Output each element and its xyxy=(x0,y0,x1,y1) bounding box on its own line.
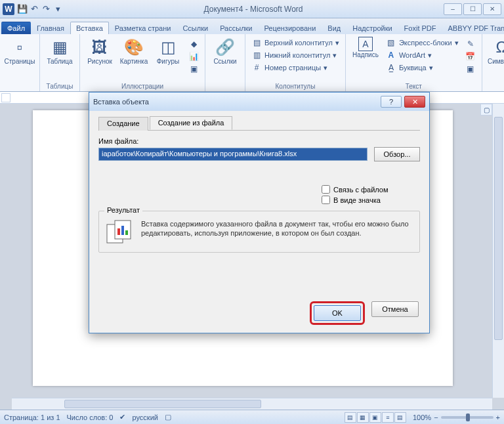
shapes-button[interactable]: ◫Фигуры xyxy=(152,35,184,66)
zoom-slider-knob[interactable] xyxy=(466,413,470,421)
result-groupbox: Результат Вставка содержимого указанного… xyxy=(98,211,420,253)
symbols-button[interactable]: ΩСимволы xyxy=(486,35,504,66)
svg-rect-2 xyxy=(117,228,120,235)
dropcap-button[interactable]: A̲Буквица ▾ xyxy=(384,62,461,74)
zoom-value[interactable]: 100% xyxy=(413,413,431,421)
links-button[interactable]: 🔗Ссылки xyxy=(209,35,241,66)
ok-button[interactable]: OK xyxy=(314,305,361,321)
status-page[interactable]: Страница: 1 из 1 xyxy=(4,413,60,421)
window-controls: – ☐ ✕ xyxy=(444,3,501,15)
clipart-button[interactable]: 🎨Картинка xyxy=(118,35,150,66)
word-app-icon: W xyxy=(3,3,14,15)
tab-layout[interactable]: Разметка страни xyxy=(109,22,177,34)
view-draft[interactable]: ▤ xyxy=(394,412,406,423)
group-label-tables: Таблицы xyxy=(44,81,75,91)
save-icon[interactable]: 💾 xyxy=(17,4,28,14)
close-button[interactable]: ✕ xyxy=(483,3,501,15)
pagenum-button[interactable]: #Номер страницы ▾ xyxy=(249,62,341,74)
statusbar: Страница: 1 из 1 Число слов: 0 ✔ русский… xyxy=(0,410,504,424)
browse-button[interactable]: Обзор... xyxy=(374,147,420,161)
zoom-slider[interactable] xyxy=(441,416,494,419)
insert-object-dialog: Вставка объекта ? ✕ Создание Создание из… xyxy=(89,92,430,333)
window-title: Документ4 - Microsoft Word xyxy=(63,5,444,14)
undo-icon[interactable]: ↶ xyxy=(29,4,39,14)
tab-addins[interactable]: Надстройки xyxy=(346,22,398,34)
smartart-button[interactable]: ◆ xyxy=(186,38,201,50)
group-label-symbols xyxy=(486,81,504,91)
pages-button[interactable]: ▫Страницы xyxy=(4,35,35,66)
table-button[interactable]: ▦Таблица xyxy=(44,35,75,66)
link-file-input[interactable] xyxy=(322,185,330,194)
zoom-out-button[interactable]: − xyxy=(434,413,438,421)
tab-abbyy[interactable]: ABBYY PDF Trans xyxy=(442,22,504,34)
date-button[interactable]: 📅 xyxy=(463,51,478,62)
status-language[interactable]: русский xyxy=(132,413,158,421)
vertical-scrollbar[interactable] xyxy=(492,104,504,398)
minimize-button[interactable]: – xyxy=(444,3,462,15)
dialog-tab-fromfile[interactable]: Создание из файла xyxy=(150,116,233,130)
group-label-pages xyxy=(4,81,35,91)
header-button[interactable]: ▤Верхний колонтитул ▾ xyxy=(249,37,341,49)
view-web[interactable]: ▣ xyxy=(369,412,381,423)
link-file-checkbox[interactable]: Связь с файлом xyxy=(322,185,420,194)
wordart-icon: A xyxy=(386,50,396,60)
status-words[interactable]: Число слов: 0 xyxy=(67,413,114,421)
filename-label: Имя файла: xyxy=(98,137,420,145)
tab-review[interactable]: Рецензировани xyxy=(259,22,322,34)
dialog-titlebar[interactable]: Вставка объекта ? ✕ xyxy=(89,93,429,111)
result-text: Вставка содержимого указанного файла в д… xyxy=(141,219,413,245)
quickparts-button[interactable]: ▧Экспресс-блоки ▾ xyxy=(384,37,461,49)
quick-access-toolbar: 💾 ↶ ↷ ▾ xyxy=(17,4,63,14)
header-icon: ▤ xyxy=(251,37,262,48)
scrollbar-thumb[interactable] xyxy=(494,117,503,340)
link-file-label: Связь с файлом xyxy=(333,186,388,194)
qat-icon[interactable]: ▾ xyxy=(52,4,63,14)
maximize-button[interactable]: ☐ xyxy=(463,3,482,15)
as-icon-input[interactable] xyxy=(322,196,330,204)
chart-button[interactable]: 📊 xyxy=(186,51,201,62)
object-button[interactable]: ▣ xyxy=(463,63,478,75)
wordart-button[interactable]: AWordArt ▾ xyxy=(384,49,461,61)
horizontal-scrollbar[interactable] xyxy=(12,398,492,410)
tab-foxit[interactable]: Foxit PDF xyxy=(398,22,442,34)
tab-home[interactable]: Главная xyxy=(31,22,70,34)
scrollbar-thumb[interactable] xyxy=(64,400,261,408)
tab-selector[interactable] xyxy=(1,93,10,102)
tab-file[interactable]: Файл xyxy=(1,22,31,34)
svg-rect-4 xyxy=(125,230,128,235)
view-buttons: ▤ ▦ ▣ ≡ ▤ xyxy=(345,412,406,423)
tab-references[interactable]: Ссылки xyxy=(177,22,214,34)
sig-button[interactable]: ✎ xyxy=(463,38,478,50)
insert-mode-icon[interactable]: ▢ xyxy=(165,413,171,421)
redo-icon[interactable]: ↷ xyxy=(41,4,51,14)
tab-insert[interactable]: Вставка xyxy=(70,22,109,34)
zoom-control: 100% − + xyxy=(413,413,500,421)
footer-button[interactable]: ▥Нижний колонтитул ▾ xyxy=(249,49,341,61)
view-fullscreen[interactable]: ▦ xyxy=(357,412,369,423)
textbox-button[interactable]: AНадпись xyxy=(350,35,381,60)
spell-check-icon[interactable]: ✔ xyxy=(119,413,125,421)
dialog-tab-create[interactable]: Создание xyxy=(98,117,148,131)
group-label-illustrations: Иллюстрации xyxy=(84,81,201,91)
filename-input[interactable]: іаработок\Копирайт\Компьютеры и программ… xyxy=(98,148,368,161)
view-print-layout[interactable]: ▤ xyxy=(345,412,356,423)
screenshot-button[interactable]: ▣ xyxy=(186,63,201,75)
omega-icon: Ω xyxy=(492,37,504,58)
ruler-toggle[interactable]: ▢ xyxy=(480,104,492,116)
dialog-help-button[interactable]: ? xyxy=(381,96,402,108)
group-label-links xyxy=(209,81,241,91)
group-label-headerfooter: Колонтитулы xyxy=(249,81,341,91)
picture-button[interactable]: 🖼Рисунок xyxy=(84,35,116,66)
tab-mailings[interactable]: Рассылки xyxy=(214,22,258,34)
view-outline[interactable]: ≡ xyxy=(382,412,394,423)
ribbon: ▫Страницы ▦Таблица Таблицы 🖼Рисунок 🎨Кар… xyxy=(0,34,504,92)
tab-view[interactable]: Вид xyxy=(322,22,346,34)
as-icon-checkbox[interactable]: В виде значка xyxy=(322,196,420,204)
dialog-title: Вставка объекта xyxy=(93,98,149,106)
date-icon: 📅 xyxy=(465,51,476,62)
zoom-in-button[interactable]: + xyxy=(496,413,500,421)
dialog-close-button[interactable]: ✕ xyxy=(404,96,425,108)
dropcap-icon: A̲ xyxy=(386,62,396,73)
pages-icon: ▫ xyxy=(9,37,30,58)
cancel-button[interactable]: Отмена xyxy=(371,301,419,317)
